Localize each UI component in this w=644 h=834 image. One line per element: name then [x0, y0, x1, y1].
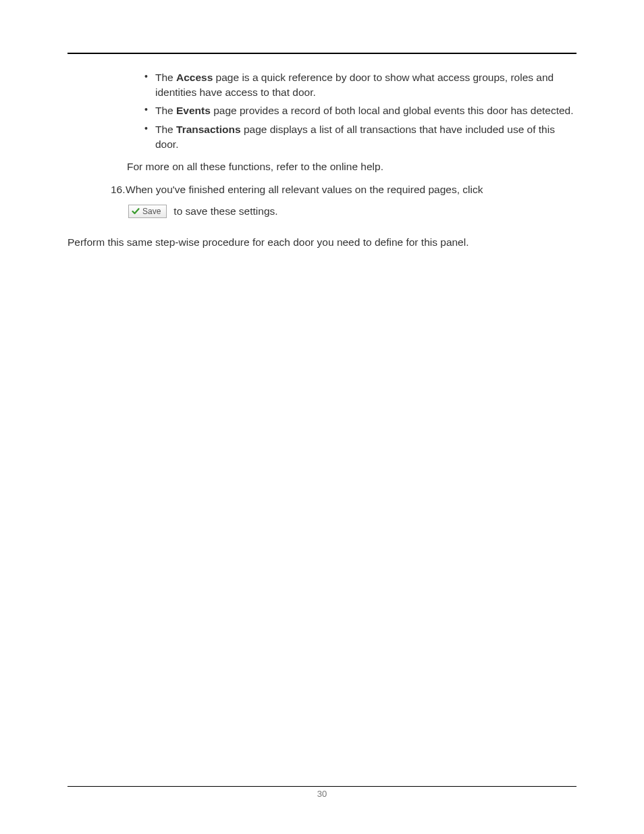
bullet-item: The Events page provides a record of bot… — [144, 103, 576, 118]
bullet-text-post: page is a quick reference by door to sho… — [155, 72, 554, 98]
reference-line: For more on all these functions, refer t… — [127, 159, 576, 174]
bullet-text-pre: The — [155, 72, 176, 83]
step-text: When you've finished entering all releva… — [126, 184, 483, 195]
step-sixteen: 16.When you've finished entering all rel… — [111, 182, 576, 197]
page-number: 30 — [0, 788, 644, 800]
save-button[interactable]: Save — [128, 205, 167, 218]
save-suffix-text: to save these settings. — [173, 204, 277, 219]
check-icon — [132, 207, 140, 215]
bullet-text-bold: Events — [176, 105, 211, 116]
bullet-text-bold: Transactions — [176, 124, 241, 135]
bullet-text-post: page provides a record of both local and… — [211, 105, 574, 116]
step-number: 16. — [111, 182, 126, 197]
closing-paragraph: Perform this same step-wise procedure fo… — [68, 235, 576, 250]
content-block: The Access page is a quick reference by … — [68, 70, 576, 249]
bullet-item: The Access page is a quick reference by … — [144, 70, 576, 99]
bullet-text-pre: The — [155, 105, 176, 116]
bullet-text-bold: Access — [176, 72, 213, 83]
save-button-label: Save — [142, 207, 161, 215]
bullet-text-pre: The — [155, 124, 176, 135]
bullet-item: The Transactions page displays a list of… — [144, 122, 576, 151]
page-frame: The Access page is a quick reference by … — [68, 53, 576, 787]
bullet-list: The Access page is a quick reference by … — [144, 70, 576, 151]
save-row: Save to save these settings. — [128, 204, 576, 219]
